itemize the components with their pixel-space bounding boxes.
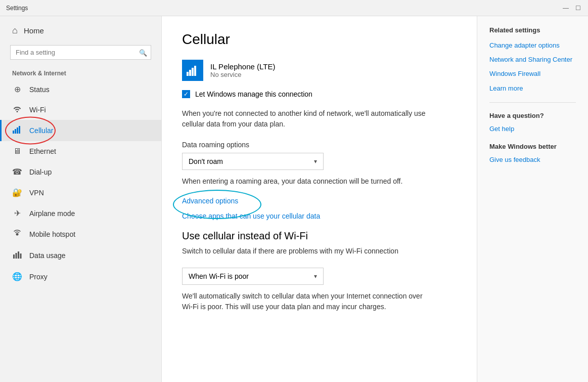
get-help-link[interactable]: Get help: [489, 124, 576, 134]
sidebar-item-airplane[interactable]: ✈ Airplane mode: [0, 203, 161, 224]
use-cellular-desc: Switch to cellular data if there are pro…: [182, 246, 435, 257]
cellular-icon: [12, 125, 22, 136]
wifi-quality-dropdown[interactable]: When Wi-Fi is poor ▾: [182, 268, 324, 285]
network-sharing-link[interactable]: Network and Sharing Center: [489, 55, 576, 64]
provider-card: IL Pelephone (LTE) No service: [182, 60, 457, 81]
related-settings-title: Related settings: [489, 26, 576, 34]
window-controls: — ☐: [562, 4, 582, 12]
sidebar-item-dialup[interactable]: ☎ Dial-up: [0, 161, 161, 182]
sidebar-item-vpn[interactable]: 🔐 VPN: [0, 182, 161, 203]
sidebar-item-hotspot[interactable]: Mobile hotspot: [0, 224, 161, 245]
sidebar-item-wifi[interactable]: Wi-Fi: [0, 100, 161, 120]
manage-connection-checkbox[interactable]: ✓: [182, 90, 190, 98]
sidebar-section-label: Network & Internet: [0, 66, 161, 79]
windows-firewall-link[interactable]: Windows Firewall: [489, 69, 576, 78]
sidebar-home[interactable]: ⌂ Home: [0, 16, 161, 45]
window-title: Settings: [6, 5, 28, 12]
windows-better-title: Make Windows better: [489, 143, 576, 150]
maximize-button[interactable]: ☐: [574, 4, 582, 12]
sidebar-airplane-label: Airplane mode: [29, 209, 75, 218]
roaming-note: When entering a roaming area, your data …: [182, 176, 435, 187]
manage-connection-row[interactable]: ✓ Let Windows manage this connection: [182, 90, 457, 98]
sidebar-item-cellular[interactable]: Cellular: [0, 120, 161, 141]
sidebar-hotspot-label: Mobile hotspot: [29, 230, 75, 238]
auto-cellular-description: When you're not connected to another kin…: [182, 108, 435, 130]
dropdown2-arrow-icon: ▾: [314, 273, 317, 280]
change-adapter-link[interactable]: Change adapter options: [489, 41, 576, 50]
datausage-icon: [12, 250, 22, 261]
roaming-value: Don't roam: [189, 157, 223, 165]
home-label: Home: [24, 26, 44, 35]
page-title: Cellular: [182, 31, 457, 48]
sidebar-item-ethernet[interactable]: 🖥 Ethernet: [0, 141, 161, 161]
sidebar-proxy-label: Proxy: [29, 273, 48, 281]
auto-switch-note: We'll automatically switch to cellular d…: [182, 291, 435, 312]
svg-rect-1: [15, 129, 16, 134]
use-cellular-title: Use cellular instead of Wi-Fi: [182, 230, 457, 242]
svg-rect-3: [19, 126, 20, 134]
hotspot-icon: [12, 229, 22, 239]
provider-info: IL Pelephone (LTE) No service: [210, 62, 275, 78]
svg-rect-2: [17, 128, 18, 134]
sidebar-item-datausage[interactable]: Data usage: [0, 245, 161, 266]
choose-apps-link[interactable]: Choose apps that can use your cellular d…: [182, 212, 457, 220]
svg-rect-0: [13, 131, 14, 134]
search-icon: 🔍: [139, 49, 147, 56]
search-box: 🔍: [10, 45, 151, 60]
vpn-icon: 🔐: [12, 188, 22, 197]
home-icon: ⌂: [12, 25, 18, 36]
sidebar-datausage-label: Data usage: [29, 251, 66, 260]
airplane-icon: ✈: [12, 208, 22, 218]
svg-rect-6: [16, 253, 17, 259]
sidebar-wifi-label: Wi-Fi: [29, 106, 46, 114]
manage-connection-label: Let Windows manage this connection: [195, 90, 312, 98]
svg-rect-10: [189, 70, 191, 76]
advanced-options-link[interactable]: Advanced options: [182, 197, 238, 205]
proxy-icon: 🌐: [12, 272, 22, 281]
sidebar-item-status[interactable]: ⊕ Status: [0, 79, 161, 100]
learn-more-link[interactable]: Learn more: [489, 84, 576, 93]
svg-rect-12: [194, 66, 196, 76]
sidebar-status-label: Status: [29, 86, 50, 94]
feedback-link[interactable]: Give us feedback: [489, 155, 576, 164]
svg-rect-11: [192, 68, 194, 76]
dropdown-arrow-icon: ▾: [314, 158, 317, 165]
svg-rect-9: [187, 72, 189, 76]
provider-icon: [182, 60, 203, 81]
search-input[interactable]: [10, 45, 151, 60]
advanced-options-wrapper: Advanced options: [182, 197, 238, 208]
right-divider: [489, 102, 576, 103]
content-area: Cellular IL Pelephone (LTE) No service ✓: [162, 16, 477, 382]
title-bar: Settings — ☐: [0, 0, 588, 16]
minimize-button[interactable]: —: [562, 4, 570, 12]
roaming-dropdown[interactable]: Don't roam ▾: [182, 153, 324, 170]
provider-name: IL Pelephone (LTE): [210, 62, 275, 71]
svg-rect-5: [13, 254, 15, 259]
checkmark-icon: ✓: [184, 91, 189, 98]
status-icon: ⊕: [12, 84, 22, 94]
have-question-title: Have a question?: [489, 112, 576, 119]
svg-rect-7: [18, 251, 19, 259]
wifi-icon: [12, 105, 22, 114]
wifi-quality-value: When Wi-Fi is poor: [189, 272, 249, 280]
svg-point-4: [16, 233, 19, 236]
main-layout: ⌂ Home 🔍 Network & Internet ⊕ Status Wi-…: [0, 16, 588, 382]
sidebar-dialup-label: Dial-up: [29, 168, 52, 176]
provider-status: No service: [210, 71, 275, 78]
data-roaming-label: Data roaming options: [182, 141, 457, 149]
sidebar-ethernet-label: Ethernet: [29, 147, 56, 155]
sidebar-item-proxy[interactable]: 🌐 Proxy: [0, 266, 161, 287]
svg-rect-8: [20, 253, 22, 259]
sidebar: ⌂ Home 🔍 Network & Internet ⊕ Status Wi-…: [0, 16, 162, 382]
dialup-icon: ☎: [12, 167, 22, 177]
sidebar-vpn-label: VPN: [29, 189, 44, 197]
sidebar-cellular-label: Cellular: [29, 126, 53, 135]
ethernet-icon: 🖥: [12, 147, 22, 156]
right-panel: Related settings Change adapter options …: [477, 16, 588, 382]
